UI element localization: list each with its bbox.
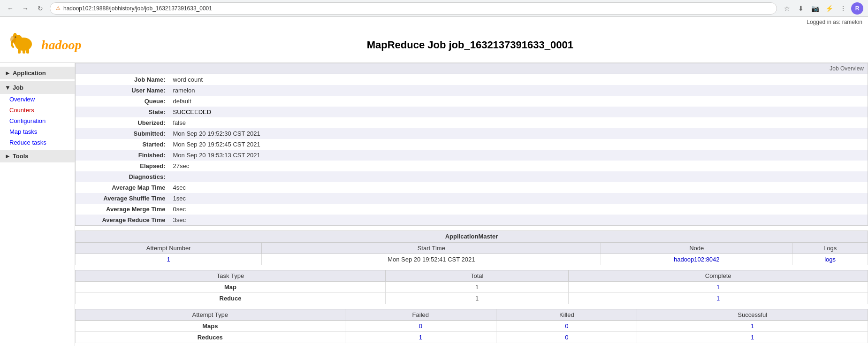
maps-successful-link[interactable]: 1 [751, 323, 754, 330]
url-text: hadoop102:19888/jobhistory/job/job_16321… [63, 5, 212, 12]
node-cell: hadoop102:8042 [601, 254, 792, 265]
field-label: Job Name: [76, 74, 169, 85]
field-label: Average Merge Time [76, 204, 169, 215]
col-failed: Failed [345, 309, 496, 321]
col-killed: Killed [496, 309, 637, 321]
profile-button[interactable]: 📷 [809, 2, 821, 15]
browser-chrome: ← → ↻ ⚠ hadoop102:19888/jobhistory/job/j… [0, 0, 868, 17]
svg-point-5 [10, 36, 16, 43]
forward-button[interactable]: → [20, 3, 31, 14]
reload-button[interactable]: ↻ [35, 3, 46, 14]
field-value: Mon Sep 20 19:52:45 CST 2021 [169, 139, 868, 150]
back-button[interactable]: ← [5, 3, 16, 14]
reduces-successful-link[interactable]: 1 [751, 334, 754, 341]
table-row: Uberized: false [76, 117, 868, 128]
table-row: Reduce 1 1 [76, 293, 868, 304]
table-row: Finished: Mon Sep 20 19:53:13 CST 2021 [76, 150, 868, 161]
tools-section-header[interactable]: ► Tools [0, 150, 75, 162]
address-bar[interactable]: ⚠ hadoop102:19888/jobhistory/job/job_163… [50, 2, 777, 15]
table-header-row: Task Type Total Complete [76, 270, 868, 282]
sidebar-item-counters[interactable]: Counters [0, 105, 75, 115]
col-successful: Successful [637, 309, 868, 321]
task-total-cell: 1 [385, 282, 568, 293]
node-link[interactable]: hadoop102:8042 [674, 256, 720, 263]
task-summary-table: Task Type Total Complete Map 1 1 Reduc [75, 270, 868, 304]
failed-cell: 1 [345, 332, 496, 343]
reduces-killed-link[interactable]: 0 [565, 334, 568, 341]
table-row: Average Shuffle Time 1sec [76, 193, 868, 204]
table-row: Started: Mon Sep 20 19:52:45 CST 2021 [76, 139, 868, 150]
field-value: 1sec [169, 193, 868, 204]
table-row: Job Name: word count [76, 74, 868, 85]
attempt-summary-section: Attempt Type Failed Killed Successful Ma… [75, 309, 868, 343]
col-node: Node [601, 243, 792, 254]
job-overview-header: Job Overview [75, 63, 868, 74]
field-value: 3sec [169, 215, 868, 226]
field-value: 0sec [169, 204, 868, 215]
table-row: State: SUCCEEDED [76, 107, 868, 117]
map-complete-link[interactable]: 1 [716, 284, 720, 291]
field-label: Average Reduce Time [76, 215, 169, 226]
field-label: Started: [76, 139, 169, 150]
extensions-button[interactable]: ⚡ [823, 2, 835, 15]
reduces-failed-link[interactable]: 1 [419, 334, 422, 341]
field-label: User Name: [76, 85, 169, 96]
field-value: default [169, 96, 868, 107]
col-task-type: Task Type [76, 270, 386, 282]
table-row: Maps 0 0 1 [76, 321, 868, 332]
field-value: false [169, 117, 868, 128]
tools-label: Tools [13, 153, 29, 160]
content-area: Job Overview Job Name: word count User N… [75, 63, 868, 346]
svg-rect-6 [18, 49, 21, 54]
maps-killed-link[interactable]: 0 [565, 323, 568, 330]
application-arrow-icon: ► [5, 69, 11, 77]
col-logs: Logs [792, 243, 868, 254]
table-row: Queue: default [76, 96, 868, 107]
field-label: Average Map Time [76, 182, 169, 193]
job-info-table: Job Name: word count User Name: ramelon … [75, 74, 868, 226]
login-text: Logged in as: ramelon [807, 19, 862, 25]
app-master-table: Attempt Number Start Time Node Logs 1 Mo… [75, 242, 868, 265]
sidebar-item-overview[interactable]: Overview [0, 94, 75, 105]
app-master-title: ApplicationMaster [75, 231, 868, 242]
job-arrow-icon: ▼ [5, 84, 11, 91]
main-layout: ► Application ▼ Job Overview Counters Co… [0, 63, 868, 346]
field-label: Queue: [76, 96, 169, 107]
sidebar-job-section: ▼ Job Overview Counters Configuration Ma… [0, 81, 75, 148]
sidebar-item-map-tasks[interactable]: Map tasks [0, 126, 75, 137]
job-section-header[interactable]: ▼ Job [0, 81, 75, 94]
application-section-header[interactable]: ► Application [0, 67, 75, 79]
svg-rect-7 [23, 49, 25, 54]
reduce-complete-link[interactable]: 1 [716, 295, 720, 302]
page-title: MapReduce Job job_1632137391633_0001 [82, 39, 859, 51]
logs-link[interactable]: logs [824, 256, 836, 263]
hadoop-logo-text: hadoop [41, 38, 82, 53]
failed-cell: 0 [345, 321, 496, 332]
col-start-time: Start Time [262, 243, 601, 254]
field-label: Diagnostics: [76, 171, 169, 182]
table-row: User Name: ramelon [76, 85, 868, 96]
star-button[interactable]: ☆ [781, 2, 793, 15]
task-total-cell: 1 [385, 293, 568, 304]
job-label: Job [13, 84, 23, 91]
app-header: hadoop MapReduce Job job_1632137391633_0… [0, 27, 868, 63]
attempt-type-cell: Reduces [76, 332, 345, 343]
maps-failed-link[interactable]: 0 [419, 323, 422, 330]
attempt-type-cell: Maps [76, 321, 345, 332]
field-label: State: [76, 107, 169, 117]
sidebar-item-configuration[interactable]: Configuration [0, 115, 75, 126]
field-label: Finished: [76, 150, 169, 161]
save-page-button[interactable]: ⬇ [795, 2, 807, 15]
field-value: Mon Sep 20 19:53:13 CST 2021 [169, 150, 868, 161]
menu-button[interactable]: ⋮ [837, 2, 849, 15]
attempt-summary-table: Attempt Type Failed Killed Successful Ma… [75, 309, 868, 343]
table-row: Elapsed: 27sec [76, 161, 868, 171]
table-row: Average Merge Time 0sec [76, 204, 868, 215]
attempt-link[interactable]: 1 [167, 256, 170, 263]
sidebar-item-reduce-tasks[interactable]: Reduce tasks [0, 137, 75, 148]
attempt-number-cell: 1 [76, 254, 262, 265]
table-row: Diagnostics: [76, 171, 868, 182]
job-overview-label: Job Overview [830, 65, 864, 72]
successful-cell: 1 [637, 332, 868, 343]
killed-cell: 0 [496, 332, 637, 343]
